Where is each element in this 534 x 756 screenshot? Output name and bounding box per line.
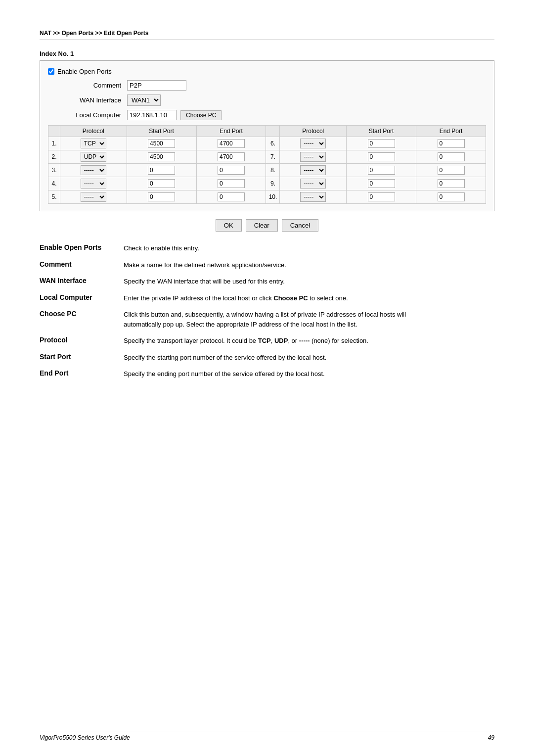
- start-port-input[interactable]: [148, 139, 175, 148]
- end-port-input-right[interactable]: [438, 179, 465, 188]
- table-row: 2.-----TCPUDP7.-----TCPUDP: [48, 150, 486, 164]
- end-port-left[interactable]: [196, 177, 266, 190]
- protocol-select-right[interactable]: -----TCPUDP: [300, 165, 326, 175]
- start-port-input[interactable]: [148, 166, 175, 175]
- end-port-right[interactable]: [416, 150, 486, 164]
- protocol-select[interactable]: -----TCPUDP: [81, 152, 106, 162]
- help-term: Enable Open Ports: [40, 243, 124, 253]
- start-port-right[interactable]: [347, 190, 416, 204]
- end-port-input[interactable]: [218, 192, 245, 201]
- end-port-left[interactable]: [196, 137, 266, 150]
- protocol-select[interactable]: -----TCPUDP: [81, 192, 106, 202]
- end-port-input-right[interactable]: [438, 139, 465, 148]
- protocol-select[interactable]: -----TCPUDP: [81, 165, 106, 175]
- wan-interface-row: WAN Interface WAN1 WAN2: [48, 94, 486, 106]
- table-row: 1.-----TCPUDP6.-----TCPUDP: [48, 137, 486, 150]
- help-term: WAN Interface: [40, 277, 124, 286]
- start-port-input[interactable]: [148, 192, 175, 201]
- footer-right: 49: [488, 734, 494, 741]
- end-port-input[interactable]: [218, 152, 245, 161]
- comment-input[interactable]: [127, 80, 186, 91]
- protocol-select-left[interactable]: -----TCPUDP: [60, 150, 127, 164]
- wan-interface-select[interactable]: WAN1 WAN2: [127, 94, 161, 106]
- enable-row: Enable Open Ports: [48, 68, 486, 75]
- start-port-input-right[interactable]: [368, 192, 395, 201]
- table-row: 5.-----TCPUDP10.-----TCPUDP: [48, 190, 486, 204]
- start-port-left[interactable]: [127, 190, 196, 204]
- start-port-right[interactable]: [347, 137, 416, 150]
- port-table: Protocol Start Port End Port Protocol St…: [48, 125, 486, 204]
- protocol-select-right[interactable]: -----TCPUDP: [280, 137, 347, 150]
- protocol-select-right[interactable]: -----TCPUDP: [280, 164, 347, 177]
- help-desc: Specify the starting port number of the …: [124, 353, 326, 363]
- end-port-right[interactable]: [416, 177, 486, 190]
- protocol-select-left[interactable]: -----TCPUDP: [60, 164, 127, 177]
- end-port-input[interactable]: [218, 179, 245, 188]
- row-num: 5.: [48, 190, 60, 204]
- protocol-select-left[interactable]: -----TCPUDP: [60, 177, 127, 190]
- protocol-select-right[interactable]: -----TCPUDP: [300, 179, 326, 189]
- end-port-right[interactable]: [416, 137, 486, 150]
- local-computer-label: Local Computer: [48, 111, 127, 119]
- protocol-select-right[interactable]: -----TCPUDP: [300, 152, 326, 162]
- help-section: Enable Open PortsCheck to enable this en…: [40, 243, 494, 379]
- protocol-select-left[interactable]: -----TCPUDP: [60, 190, 127, 204]
- start-port-right[interactable]: [347, 164, 416, 177]
- table-row: 3.-----TCPUDP8.-----TCPUDP: [48, 164, 486, 177]
- end-port-left[interactable]: [196, 164, 266, 177]
- start-port-left[interactable]: [127, 177, 196, 190]
- protocol-select[interactable]: -----TCPUDP: [81, 139, 106, 148]
- protocol-select-right[interactable]: -----TCPUDP: [280, 177, 347, 190]
- start-port-right[interactable]: [347, 150, 416, 164]
- protocol-select-right[interactable]: -----TCPUDP: [280, 190, 347, 204]
- start-port-left[interactable]: [127, 150, 196, 164]
- footer-left: VigorPro5500 Series User's Guide: [40, 734, 130, 741]
- protocol-select-right[interactable]: -----TCPUDP: [300, 192, 326, 202]
- help-row: CommentMake a name for the defined netwo…: [40, 260, 494, 270]
- start-port-input-right[interactable]: [368, 152, 395, 161]
- help-term: Start Port: [40, 353, 124, 363]
- end-port-input-right[interactable]: [438, 152, 465, 161]
- end-port-left[interactable]: [196, 150, 266, 164]
- cancel-button[interactable]: Cancel: [282, 219, 318, 232]
- start-port-input-right[interactable]: [368, 179, 395, 188]
- help-row: Enable Open PortsCheck to enable this en…: [40, 243, 494, 253]
- end-port-right[interactable]: [416, 164, 486, 177]
- row-num: 1.: [48, 137, 60, 150]
- help-row: Choose PCClick this button and, subseque…: [40, 310, 494, 329]
- start-port-right[interactable]: [347, 177, 416, 190]
- col-protocol-right: Protocol: [280, 126, 347, 137]
- row-num: 2.: [48, 150, 60, 164]
- enable-checkbox[interactable]: [48, 68, 54, 75]
- start-port-input-right[interactable]: [368, 139, 395, 148]
- protocol-select-right[interactable]: -----TCPUDP: [300, 139, 326, 148]
- start-port-left[interactable]: [127, 164, 196, 177]
- protocol-select[interactable]: -----TCPUDP: [81, 179, 106, 189]
- help-desc: Enter the private IP address of the loca…: [124, 293, 348, 303]
- start-port-input[interactable]: [148, 152, 175, 161]
- help-row: Start PortSpecify the starting port numb…: [40, 353, 494, 363]
- help-desc: Click this button and, subsequently, a w…: [124, 310, 430, 329]
- index-label: Index No. 1: [40, 50, 494, 57]
- comment-row: Comment: [48, 80, 486, 91]
- ok-button[interactable]: OK: [216, 219, 242, 232]
- protocol-select-left[interactable]: -----TCPUDP: [60, 137, 127, 150]
- protocol-select-right[interactable]: -----TCPUDP: [280, 150, 347, 164]
- end-port-left[interactable]: [196, 190, 266, 204]
- end-port-right[interactable]: [416, 190, 486, 204]
- start-port-left[interactable]: [127, 137, 196, 150]
- end-port-input-right[interactable]: [438, 192, 465, 201]
- local-computer-input[interactable]: [127, 110, 177, 120]
- end-port-input[interactable]: [218, 139, 245, 148]
- row-num-right: 10.: [266, 190, 280, 204]
- clear-button[interactable]: Clear: [246, 219, 278, 232]
- choose-pc-button[interactable]: Choose PC: [180, 110, 222, 120]
- col-startport-right: Start Port: [347, 126, 416, 137]
- start-port-input[interactable]: [148, 179, 175, 188]
- end-port-input[interactable]: [218, 166, 245, 175]
- form-box: Enable Open Ports Comment WAN Interface …: [40, 60, 494, 211]
- col-sep: [266, 126, 280, 137]
- col-protocol-left: Protocol: [60, 126, 127, 137]
- end-port-input-right[interactable]: [438, 166, 465, 175]
- start-port-input-right[interactable]: [368, 166, 395, 175]
